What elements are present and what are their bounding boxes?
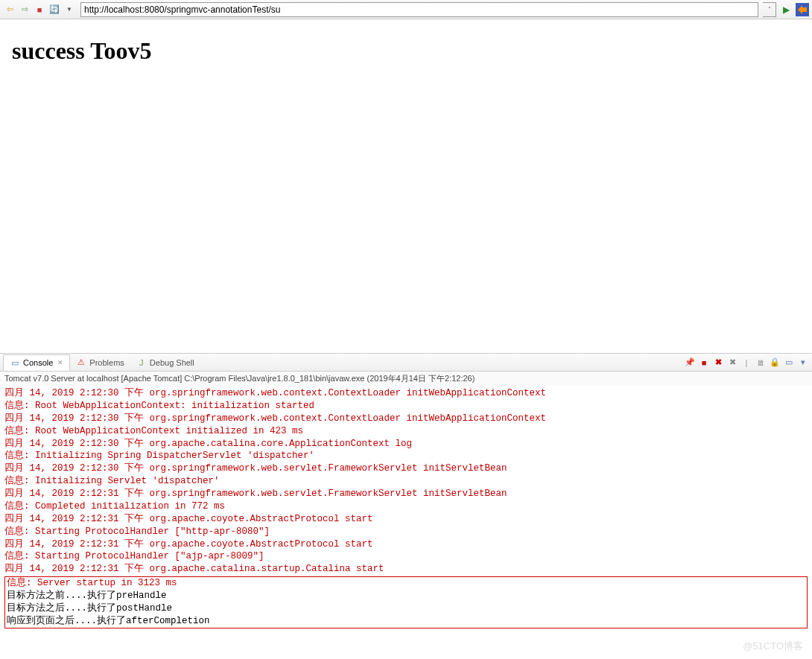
- log-line: 信息: Initializing Servlet 'dispatcher': [4, 475, 808, 488]
- log-line: 信息: Completed initialization in 772 ms: [4, 500, 808, 513]
- log-line: 信息: Root WebApplicationContext initializ…: [4, 425, 808, 438]
- remove-all-icon[interactable]: ✖: [726, 357, 738, 369]
- scroll-lock-icon[interactable]: 🔒: [769, 357, 781, 369]
- log-line: 响应到页面之后....执行了afterCompletion: [7, 615, 805, 628]
- tab-problems[interactable]: ⚠ Problems: [70, 354, 130, 371]
- tab-label: Console: [23, 358, 53, 367]
- remove-terminated-icon[interactable]: ✖: [712, 357, 724, 369]
- log-line: 四月 14, 2019 2:12:30 下午 org.springframewo…: [4, 413, 808, 425]
- problems-icon: ⚠: [76, 357, 86, 368]
- log-line: 信息: Server startup in 3123 ms: [7, 577, 805, 590]
- log-line: 四月 14, 2019 2:12:30 下午 org.springframewo…: [4, 462, 808, 475]
- back-button[interactable]: ⇦: [3, 3, 16, 16]
- log-line: 目标方法之前....执行了preHandle: [7, 590, 805, 602]
- forward-button[interactable]: ⇨: [18, 3, 31, 16]
- open-console-icon[interactable]: ▾: [797, 357, 809, 369]
- console-process-label: Tomcat v7.0 Server at localhost [Apache …: [0, 372, 812, 386]
- panel-tab-row: ▭ Console ✕ ⚠ Problems J Debug Shell 📌 ■…: [0, 354, 812, 372]
- log-line: 四月 14, 2019 2:12:31 下午 org.apache.coyote…: [4, 538, 808, 551]
- tab-console[interactable]: ▭ Console ✕: [3, 354, 70, 371]
- tab-debug-shell[interactable]: J Debug Shell: [130, 354, 200, 371]
- display-selected-icon[interactable]: ▭: [783, 357, 795, 369]
- go-button[interactable]: ▶: [779, 3, 793, 16]
- console-panel: ▭ Console ✕ ⚠ Problems J Debug Shell 📌 ■…: [0, 353, 812, 630]
- open-external-button[interactable]: [796, 3, 809, 16]
- terminate-icon[interactable]: ■: [698, 357, 710, 369]
- stop-button[interactable]: ■: [33, 3, 46, 16]
- clear-console-icon[interactable]: 🗎: [755, 357, 767, 369]
- log-line: 四月 14, 2019 2:12:31 下午 org.apache.coyote…: [4, 513, 808, 526]
- pin-icon[interactable]: 📌: [684, 357, 696, 369]
- console-icon: ▭: [10, 357, 20, 368]
- log-line: 信息: Starting ProtocolHandler ["http-apr-…: [4, 526, 808, 538]
- log-line: 四月 14, 2019 2:12:31 下午 org.apache.catali…: [4, 563, 808, 576]
- close-icon[interactable]: ✕: [57, 359, 63, 366]
- watermark: @51CTO博客: [743, 640, 803, 653]
- refresh-button[interactable]: 🔄: [48, 3, 61, 16]
- console-toolbar: 📌 ■ ✖ ✖ | 🗎 🔒 ▭ ▾: [684, 357, 809, 369]
- console-output: 四月 14, 2019 2:12:30 下午 org.springframewo…: [0, 386, 812, 630]
- log-line: 四月 14, 2019 2:12:31 下午 org.springframewo…: [4, 488, 808, 500]
- log-line: 信息: Starting ProtocolHandler ["ajp-apr-8…: [4, 550, 808, 563]
- url-input[interactable]: [80, 2, 758, 17]
- page-title: success Toov5: [12, 37, 800, 65]
- highlighted-output: 信息: Server startup in 3123 ms目标方法之前....执…: [4, 576, 808, 628]
- tab-label: Problems: [89, 358, 124, 367]
- log-line: 四月 14, 2019 2:12:30 下午 org.springframewo…: [4, 387, 808, 400]
- log-line: 目标方法之后....执行了postHandle: [7, 602, 805, 615]
- log-line: 信息: Initializing Spring DispatcherServle…: [4, 450, 808, 462]
- log-line: 四月 14, 2019 2:12:30 下午 org.apache.catali…: [4, 438, 808, 451]
- debug-shell-icon: J: [136, 357, 147, 368]
- tab-label: Debug Shell: [150, 358, 194, 367]
- browser-content: success Toov5: [0, 19, 812, 353]
- sep-icon: |: [740, 357, 752, 369]
- dropdown-button[interactable]: ▼: [63, 3, 76, 16]
- log-line: 信息: Root WebApplicationContext: initiali…: [4, 400, 808, 413]
- url-dropdown[interactable]: ˅: [763, 2, 776, 17]
- browser-toolbar: ⇦ ⇨ ■ 🔄 ▼ ˅ ▶: [0, 0, 812, 19]
